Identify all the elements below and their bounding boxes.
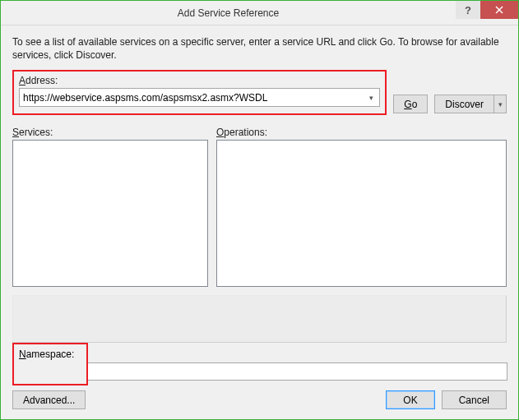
- address-row: Address: https://webservice.aspsms.com/a…: [12, 70, 507, 120]
- ok-button[interactable]: OK: [386, 390, 434, 409]
- close-button[interactable]: [480, 1, 518, 19]
- dialog-body: To see a list of available services on a…: [1, 25, 518, 390]
- address-label: Address:: [19, 75, 380, 86]
- services-column: Services:: [12, 127, 208, 287]
- help-button[interactable]: ?: [456, 1, 480, 19]
- services-label: Services:: [12, 127, 208, 138]
- namespace-highlight: Namespace:: [12, 343, 88, 385]
- namespace-value-preview: [19, 361, 81, 379]
- cancel-button[interactable]: Cancel: [442, 390, 507, 409]
- close-icon: [495, 6, 503, 14]
- discover-dropdown[interactable]: ▾: [494, 95, 507, 113]
- window-title: Add Service Reference: [1, 7, 456, 19]
- advanced-button[interactable]: Advanced...: [12, 390, 86, 409]
- go-button[interactable]: Go: [393, 95, 428, 113]
- discover-split-button[interactable]: Discover ▾: [434, 95, 507, 113]
- dialog-add-service-reference: Add Service Reference ? To see a list of…: [0, 0, 519, 420]
- namespace-section: Namespace:: [12, 343, 507, 382]
- address-highlight: Address: https://webservice.aspsms.com/a…: [12, 70, 387, 115]
- titlebar-buttons: ?: [456, 1, 518, 25]
- instructions-text: To see a list of available services on a…: [12, 35, 507, 62]
- operations-column: Operations:: [216, 127, 507, 287]
- address-value: https://webservice.aspsms.com/aspsmsx2.a…: [23, 92, 267, 104]
- discover-button[interactable]: Discover: [434, 95, 494, 113]
- operations-list[interactable]: [216, 140, 507, 287]
- chevron-down-icon[interactable]: ▾: [364, 91, 378, 104]
- lists-row: Services: Operations:: [12, 127, 507, 287]
- status-area: [12, 295, 507, 343]
- dialog-footer: Advanced... OK Cancel: [1, 390, 518, 419]
- address-input[interactable]: https://webservice.aspsms.com/aspsmsx2.a…: [19, 88, 380, 107]
- namespace-label: Namespace:: [19, 348, 74, 360]
- titlebar: Add Service Reference ?: [1, 1, 518, 25]
- services-list[interactable]: [12, 140, 208, 287]
- operations-label: Operations:: [216, 127, 507, 138]
